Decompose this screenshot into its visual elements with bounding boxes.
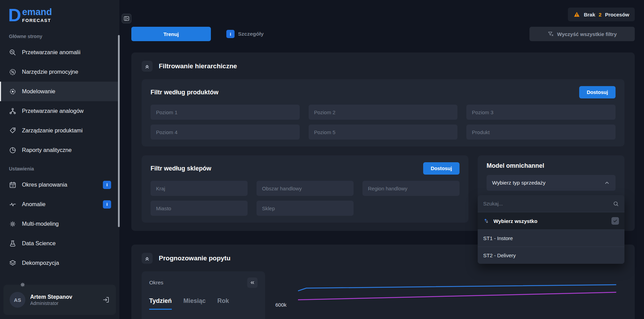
period-tabs: Tydzień Miesiąc Rok: [149, 297, 258, 310]
details-label: Szczegóły: [238, 31, 264, 37]
sidebar-item-zarzadzanie-produktami[interactable]: Zarządzanie produktami: [0, 121, 119, 140]
warning-text-prefix: Brak: [584, 12, 595, 17]
modeling-icon: [9, 88, 16, 95]
logo-name: emand: [22, 8, 52, 17]
tab-tydzien[interactable]: Tydzień: [149, 297, 172, 310]
period-panel: Okres Tydzień Miesiąc Rok: [142, 271, 265, 319]
anomaly-search-icon: [9, 49, 16, 56]
warning-count: 2: [599, 12, 601, 17]
sidebar-item-label: Multi-modeling: [22, 221, 59, 227]
tab-miesiac[interactable]: Miesiąc: [183, 297, 206, 310]
sidebar-item-label: Modelowanie: [22, 88, 55, 95]
product-level-4-input[interactable]: [151, 125, 300, 140]
select-all-option[interactable]: Wybierz wszystko: [478, 212, 624, 229]
promo-percent-icon: [9, 68, 16, 76]
select-all-label: Wybierz wszystko: [493, 218, 537, 224]
product-input[interactable]: [466, 125, 616, 140]
demand-chart: 600k: [275, 277, 618, 319]
omnichannel-panel: Model omnichannel Wybierz typ sprzedaży: [478, 155, 624, 223]
customize-stores-button[interactable]: Dostosuj: [423, 162, 460, 175]
train-button[interactable]: Trenuj: [131, 27, 211, 41]
product-filter-title: Filtr według produktów: [151, 89, 218, 96]
omnichannel-select[interactable]: Wybierz typ sprzedaży: [487, 175, 616, 191]
sidebar-item-przetwarzanie-analogow[interactable]: Przetwarzanie analogów: [0, 101, 119, 121]
user-role: Administrator: [30, 300, 72, 306]
customize-products-button[interactable]: Dostosuj: [579, 86, 616, 98]
warning-triangle-icon: [573, 11, 580, 18]
sidebar-item-anomalie[interactable]: Anomalie i: [0, 194, 119, 214]
logout-icon[interactable]: [102, 296, 110, 304]
option-st2-delivery[interactable]: ST2 - Delivery: [478, 247, 624, 264]
collapse-forecast-card-button[interactable]: [142, 253, 153, 264]
sidebar-item-label: Dekompozycja: [22, 260, 59, 266]
avatar: AS: [10, 292, 25, 308]
clear-filters-label: Wyczyść wszystkie filtry: [557, 31, 617, 37]
sidebar-item-label: Narzędzie promocyjne: [22, 69, 78, 75]
sidebar-section-main: Główne strony: [0, 27, 119, 43]
sidebar-item-label: Data Science: [22, 240, 56, 247]
info-icon[interactable]: i: [226, 30, 235, 38]
product-level-3-input[interactable]: [466, 105, 616, 120]
product-level-1-input[interactable]: [151, 105, 300, 120]
user-name: Artem Stepanov: [30, 294, 72, 300]
chart-lines: [298, 277, 616, 319]
user-settings-gear-icon[interactable]: [20, 282, 25, 287]
search-icon: [613, 201, 619, 207]
trade-area-input[interactable]: [257, 181, 354, 196]
chevron-up-icon: [604, 180, 610, 186]
y-axis-tick: 600k: [275, 302, 287, 308]
warning-text-suffix: Procesów: [605, 12, 629, 17]
product-level-5-input[interactable]: [309, 125, 458, 140]
sidebar-item-raporty-analityczne[interactable]: Raporty analityczne: [0, 140, 119, 160]
sidebar-item-label: Przetwarzanie anomalii: [22, 49, 81, 56]
dropdown-search-input[interactable]: [483, 201, 613, 206]
sort-arrows-icon: [483, 218, 489, 224]
sidebar-item-label: Raporty analityczne: [22, 147, 72, 153]
product-level-2-input[interactable]: [309, 105, 458, 120]
sidebar: D emand FORECAST Główne strony Przetwarz…: [0, 0, 119, 319]
pie-chart-icon: [9, 146, 16, 154]
logo-letter: D: [8, 6, 21, 24]
flask-icon: [9, 240, 16, 247]
city-input[interactable]: [151, 201, 248, 216]
collapse-filter-card-button[interactable]: [142, 61, 153, 72]
process-warning-badge[interactable]: Brak 2 Procesów: [568, 8, 635, 21]
store-input[interactable]: [257, 201, 354, 216]
info-badge[interactable]: i: [103, 200, 111, 209]
funnel-clear-icon: [548, 31, 554, 37]
clear-all-filters-button[interactable]: Wyczyść wszystkie filtry: [529, 27, 635, 41]
sidebar-item-data-science[interactable]: Data Science: [0, 234, 119, 253]
collapse-period-panel-button[interactable]: [247, 277, 258, 288]
layers-icon: [9, 259, 16, 267]
analogs-graph-icon: [9, 107, 16, 115]
sidebar-scrollbar[interactable]: [118, 35, 120, 227]
gear-icon: [9, 220, 16, 228]
sidebar-item-label: Zarządzanie produktami: [22, 127, 83, 134]
sidebar-item-multi-modeling[interactable]: Multi-modeling: [0, 214, 119, 234]
svg-text:10: 10: [11, 185, 14, 187]
details-group[interactable]: i Szczegóły: [226, 30, 264, 38]
sidebar-item-okres-planowania[interactable]: 10 Okres planowania i: [0, 175, 119, 194]
sidebar-collapse-button[interactable]: [122, 14, 131, 23]
sidebar-item-modelowanie[interactable]: Modelowanie: [0, 82, 119, 101]
sidebar-item-narzedzie-promocyjne[interactable]: Narzędzie promocyjne: [0, 62, 119, 82]
store-filter-title: Filtr według sklepów: [151, 165, 211, 172]
country-input[interactable]: [151, 181, 248, 196]
user-panel[interactable]: AS Artem Stepanov Administrator: [3, 285, 116, 315]
omnichannel-selected-value: Wybierz typ sprzedaży: [492, 180, 546, 186]
sidebar-item-przetwarzanie-anomalii[interactable]: Przetwarzanie anomalii: [0, 43, 119, 62]
store-filter-panel: Filtr według sklepów Dostosuj: [142, 155, 468, 223]
period-label: Okres: [149, 280, 163, 286]
tab-rok[interactable]: Rok: [217, 297, 229, 310]
omnichannel-dropdown: Wybierz wszystko ST1 - Instore ST2 - Del…: [478, 195, 624, 264]
hierarchical-filter-card: Filtrowanie hierarchiczne Filtr według p…: [131, 52, 635, 231]
info-badge[interactable]: i: [103, 181, 111, 189]
trade-region-input[interactable]: [362, 181, 460, 196]
select-all-checkbox[interactable]: [611, 217, 619, 225]
calendar-icon: 10: [9, 181, 16, 189]
sidebar-item-dekompozycja[interactable]: Dekompozycja: [0, 253, 119, 273]
option-st1-instore[interactable]: ST1 - Instore: [478, 229, 624, 247]
app-logo: D emand FORECAST: [0, 0, 119, 27]
grid-spacer: [362, 201, 460, 216]
sidebar-item-label: Przetwarzanie analogów: [22, 108, 84, 114]
